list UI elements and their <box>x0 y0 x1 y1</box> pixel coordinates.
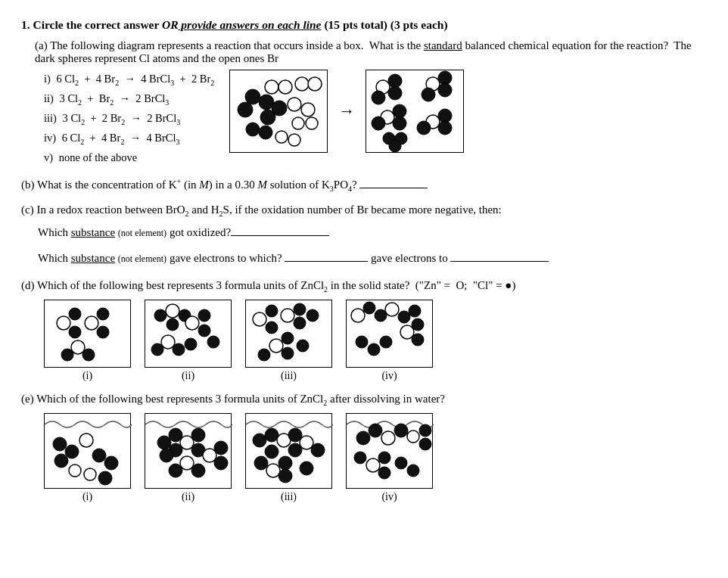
water-box-i: (i) <box>44 413 131 503</box>
svg-point-50 <box>198 309 210 322</box>
part-c: (c) In a redox reaction between BrO2 and… <box>21 204 707 269</box>
svg-point-111 <box>254 456 268 470</box>
zncl-box-ii: (ii) <box>145 300 232 382</box>
zncl-box-i: (i) <box>44 300 131 382</box>
svg-point-76 <box>412 319 424 331</box>
part-e-text: (e) Which of the following best represen… <box>21 393 707 407</box>
svg-point-121 <box>419 424 431 437</box>
svg-point-122 <box>419 438 431 450</box>
svg-point-53 <box>151 343 163 356</box>
choice-v: v) none of the above <box>44 148 214 167</box>
svg-point-85 <box>69 465 81 477</box>
svg-point-80 <box>380 336 392 348</box>
part-b: (b) What is the concentration of K+ (in … <box>21 177 707 193</box>
not-element-2: (not element) <box>118 253 166 264</box>
svg-point-124 <box>366 458 380 472</box>
part-c-text: (c) In a redox reaction between BrO2 and… <box>21 204 707 218</box>
water-svg-iv <box>347 414 434 489</box>
substance-underline-2: substance <box>71 252 115 264</box>
svg-point-32 <box>417 121 431 135</box>
svg-point-61 <box>294 303 306 315</box>
svg-point-112 <box>266 464 280 477</box>
svg-point-78 <box>356 336 368 348</box>
svg-point-55 <box>185 338 197 350</box>
svg-point-31 <box>438 121 452 135</box>
zncl-diagram-iii <box>245 300 332 368</box>
svg-point-51 <box>198 325 210 337</box>
choice-iii-label: iii) <box>44 109 60 129</box>
svg-point-87 <box>104 456 118 470</box>
svg-point-125 <box>378 452 390 464</box>
choice-i-text: 6 Cl2 + 4 Br2 → 4 BrCl3 + 2 Br2 <box>56 70 214 89</box>
svg-point-14 <box>259 126 272 139</box>
zncl-svg-iv <box>347 300 434 368</box>
svg-point-83 <box>54 454 68 468</box>
svg-point-30 <box>438 109 452 123</box>
svg-point-64 <box>269 339 283 353</box>
svg-point-38 <box>69 326 81 338</box>
svg-point-48 <box>166 319 179 331</box>
svg-point-13 <box>246 123 260 136</box>
header-or: OR <box>162 18 179 31</box>
svg-point-81 <box>53 437 67 451</box>
svg-point-46 <box>166 304 179 318</box>
svg-point-113 <box>278 456 292 470</box>
zncl-label-iv: (iv) <box>381 370 397 382</box>
svg-point-93 <box>160 449 173 462</box>
svg-point-26 <box>393 104 406 118</box>
zncl-svg-iii <box>246 300 333 368</box>
choice-iv: iv) 6 Cl2 + 4 Br2 → 4 BrCl3 <box>44 129 214 148</box>
svg-point-82 <box>65 445 79 458</box>
svg-point-98 <box>169 464 182 477</box>
svg-point-3 <box>308 77 322 91</box>
water-label-iii: (iii) <box>281 491 297 503</box>
part-e-diagrams: (i) <box>44 413 707 503</box>
part-b-blank[interactable] <box>359 188 428 188</box>
svg-point-57 <box>253 312 266 326</box>
svg-point-106 <box>265 445 278 458</box>
zncl-label-ii: (ii) <box>182 370 194 382</box>
svg-point-89 <box>98 471 112 485</box>
svg-point-2 <box>295 77 309 91</box>
svg-point-67 <box>258 349 270 361</box>
water-label-i: (i) <box>82 491 92 503</box>
choice-v-label: v) <box>44 148 56 167</box>
svg-point-86 <box>92 449 106 462</box>
svg-point-52 <box>161 335 175 349</box>
svg-point-15 <box>275 131 288 143</box>
svg-point-60 <box>281 309 294 322</box>
svg-point-20 <box>372 91 385 104</box>
choice-ii-label: ii) <box>44 89 57 109</box>
svg-point-28 <box>372 117 385 130</box>
part-c-blank2b[interactable] <box>450 261 549 262</box>
part-d-text: (d) Which of the following best represen… <box>21 279 707 294</box>
svg-point-110 <box>311 443 325 457</box>
svg-point-40 <box>97 308 109 320</box>
svg-point-37 <box>69 308 81 320</box>
svg-point-8 <box>260 110 275 125</box>
svg-point-16 <box>288 134 300 146</box>
svg-point-123 <box>354 452 366 464</box>
part-c-blank2a[interactable] <box>285 261 368 262</box>
svg-point-101 <box>214 441 228 455</box>
water-diagram-iv <box>346 413 433 489</box>
part-c-blank1[interactable] <box>231 235 329 236</box>
svg-point-95 <box>191 428 205 442</box>
water-svg-i <box>45 414 132 489</box>
part-c-sub1: Which substance (not element) got oxidiz… <box>38 222 707 244</box>
water-label-ii: (ii) <box>182 491 194 503</box>
svg-point-66 <box>282 347 294 359</box>
choice-v-text: none of the above <box>59 148 137 167</box>
part-e: (e) Which of the following best represen… <box>21 393 707 503</box>
zncl-label-iii: (iii) <box>281 370 297 382</box>
not-element-1: (not element) <box>118 228 166 238</box>
svg-point-43 <box>61 349 73 361</box>
svg-point-1 <box>278 80 292 94</box>
choice-i: i) 6 Cl2 + 4 Br2 → 4 BrCl3 + 2 Br2 <box>44 70 214 89</box>
part-a-label: (a) The following diagram represents a r… <box>35 39 692 64</box>
svg-point-103 <box>253 434 266 447</box>
svg-point-9 <box>288 98 301 111</box>
svg-point-118 <box>381 431 395 445</box>
svg-point-84 <box>79 434 93 447</box>
part-a-content: i) 6 Cl2 + 4 Br2 → 4 BrCl3 + 2 Br2 ii) 3… <box>21 70 707 166</box>
